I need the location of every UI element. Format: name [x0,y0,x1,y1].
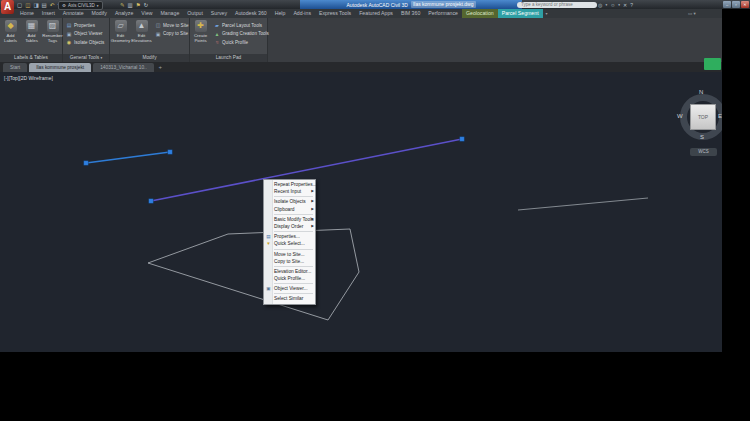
panel-caption-general-tools[interactable]: General Tools ▾ [63,54,109,62]
markup-icon[interactable]: ✎ [120,2,125,8]
panel-caption-general-tools-label: General Tools [70,55,100,60]
file-tab-start[interactable]: Start [3,63,27,72]
menu-item-properties[interactable]: ▤Properties... [264,233,315,240]
ribbon-tab-manage[interactable]: Manage [157,9,184,18]
ribbon-tab-insert[interactable]: Insert [38,9,59,18]
viewcube-top-face[interactable]: TOP [690,104,716,130]
edit-geometry-button[interactable]: ▱ Edit Geometry [110,18,131,54]
menu-item-copy-to-site[interactable]: Copy to Site... [264,258,315,265]
new-icon[interactable]: ▢ [17,2,22,8]
isolate-objects-button[interactable]: ◉ Isolate Objects [66,39,104,45]
wcs-menu[interactable]: WCS [690,148,717,156]
ribbon-tab-geolocation[interactable]: Geolocation [462,9,498,18]
ribbon-tab-home[interactable]: Home [16,9,38,18]
ribbon-tab-view[interactable]: View [137,9,156,18]
sign-in-icon[interactable]: ☺ [610,2,615,8]
ribbon-tab-modify[interactable]: Modify [88,9,111,18]
application-menu-button[interactable]: A [1,0,14,14]
file-tab-active[interactable]: Ilas kommune prosjekt [29,63,91,72]
app-title-text: Autodesk AutoCAD Civil 3D [346,2,407,8]
viewport-controls[interactable]: [-][Top][2D Wireframe] [4,75,53,81]
menu-item-select-similar[interactable]: Select Similar [264,295,315,302]
menu-item-object-viewer[interactable]: ▣Object Viewer... [264,285,315,292]
exchange-icon[interactable]: ✕ [623,2,627,8]
panel-caption-labels-tables[interactable]: Labels & Tables [0,54,62,62]
ribbon-tab-add-ins[interactable]: Add-ins [289,9,315,18]
infocenter-search-input[interactable] [519,1,595,9]
ribbon-tab-help[interactable]: Help [271,9,290,18]
search-caret-icon[interactable]: ▾ [605,3,607,7]
renumber-tags-icon: ▨ [47,20,59,32]
menu-item-label: Basic Modify Tools [274,217,314,222]
open-icon[interactable]: ◫ [25,2,30,8]
create-points-button[interactable]: ✚ Create Points [190,18,211,54]
renumber-tags-button[interactable]: ▨ Renumber Tags [42,18,63,54]
save-icon[interactable]: ◨ [33,2,38,8]
infocenter-icons: ◎ ▾ ☺ ▾ ✕ ? [598,0,633,9]
menu-separator [274,214,313,215]
menu-item-display-order[interactable]: Display Order▶ [264,223,315,230]
ribbon-tab-output[interactable]: Output [183,9,207,18]
refresh-icon[interactable]: ↻ [144,2,149,8]
drawing-canvas[interactable]: [-][Top][2D Wireframe] N W S E TOP WCS [0,72,722,352]
menu-item-move-to-site[interactable]: Move to Site... [264,251,315,258]
move-to-site-button[interactable]: ◫ Move to Site [155,22,189,28]
panel-caption-modify[interactable]: Modify [110,54,189,62]
sheet-set-icon[interactable]: ▥ [128,2,133,8]
workspace-switcher[interactable]: ⚙ Axis CIVIL3D ▾ [58,1,103,10]
flag-icon[interactable]: ⚑ [136,2,141,8]
maximize-button[interactable]: ▫ [732,1,740,8]
menu-item-recent-input[interactable]: Recent Input▶ [264,188,315,195]
edit-geometry-icon: ▱ [115,20,127,32]
ribbon-tab-featured-apps[interactable]: Featured Apps [355,9,397,18]
undo-icon[interactable]: ↶ [50,2,55,8]
viewcube-south[interactable]: S [700,134,704,140]
minimize-button[interactable]: ‒ [723,1,731,8]
ribbon-tab-parcel-segment[interactable]: Parcel Segment [498,9,543,18]
ribbon-tab-annotate[interactable]: Annotate [59,9,88,18]
ribbon-tab-bim-360[interactable]: BIM 360 [397,9,424,18]
menu-item-label: Quick Select... [274,241,305,246]
isolate-objects-label: Isolate Objects [74,40,104,45]
quick-select-icon: ▼ [265,240,272,247]
menu-item-isolate-objects[interactable]: Isolate Objects▶ [264,198,315,205]
ribbon-tab-survey[interactable]: Survey [207,9,231,18]
menu-item-quick-select[interactable]: ▼Quick Select... [264,240,315,247]
file-tab-second[interactable]: 140313_Vichartal 10.. [93,63,154,72]
menu-separator [274,266,313,267]
ribbon-tab-autodesk-360[interactable]: Autodesk 360 [231,9,271,18]
edit-elevations-button[interactable]: ▲ Edit Elevations [131,18,152,54]
ribbon-collapse-control[interactable]: ▭ ▾ [688,9,696,18]
quick-profile-button[interactable]: ≈ Quick Profile [214,39,269,45]
search-icon[interactable]: ◎ [598,2,602,8]
viewcube-north[interactable]: N [699,89,703,95]
menu-separator [274,283,313,284]
viewcube-west[interactable]: W [677,113,683,119]
tab-overflow-caret-icon[interactable]: ▾ [543,9,551,18]
new-tab-button[interactable]: + [156,63,165,72]
add-labels-button[interactable]: ◆ Add Labels [0,18,21,54]
properties-label: Properties [74,23,95,28]
menu-item-basic-modify-tools[interactable]: Basic Modify Tools▶ [264,216,315,223]
move-to-site-label: Move to Site [163,23,189,28]
ribbon-tab-performance[interactable]: Performance [424,9,462,18]
menu-item-quick-profile[interactable]: Quick Profile... [264,275,315,282]
menu-item-repeat-properties[interactable]: Repeat Properties... [264,181,315,188]
move-to-site-icon: ◫ [155,22,161,28]
sign-in-caret-icon[interactable]: ▾ [618,3,620,7]
close-button[interactable]: ✕ [741,1,749,8]
menu-item-clipboard[interactable]: Clipboard▶ [264,206,315,213]
copy-to-site-button[interactable]: ▣ Copy to Site [155,31,189,37]
parcel-layout-tools-button[interactable]: ▰ Parcel Layout Tools [214,22,269,28]
panel-caption-launch-pad[interactable]: Launch Pad [190,54,267,62]
menu-item-label: Display Order [274,224,303,229]
add-tables-button[interactable]: ▦ Add Tables [21,18,42,54]
grading-creation-tools-button[interactable]: ▲ Grading Creation Tools [214,31,269,37]
object-viewer-button[interactable]: ▣ Object Viewer [66,31,104,37]
properties-button[interactable]: ▤ Properties [66,22,104,28]
ribbon-tab-express-tools[interactable]: Express Tools [315,9,355,18]
ribbon-tab-analyze[interactable]: Analyze [111,9,137,18]
plot-icon[interactable]: ▤ [42,2,47,8]
menu-item-elevation-editor[interactable]: Elevation Editor... [264,268,315,275]
help-icon[interactable]: ? [630,2,633,8]
